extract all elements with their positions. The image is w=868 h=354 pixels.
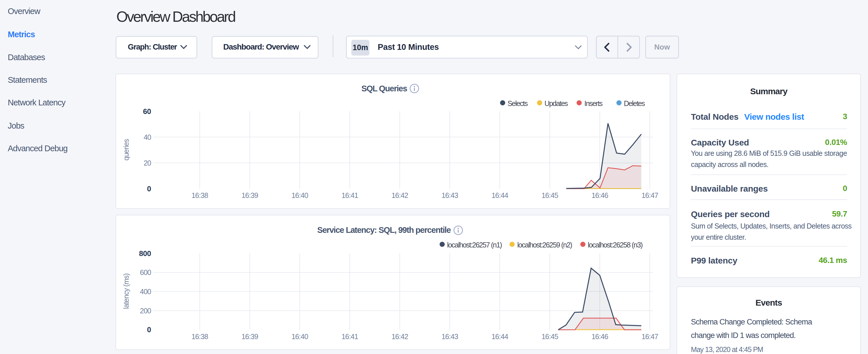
svg-text:0: 0 — [147, 325, 151, 334]
svg-text:600: 600 — [140, 268, 151, 277]
svg-text:40: 40 — [144, 133, 151, 141]
svg-text:16:41: 16:41 — [342, 332, 358, 341]
svg-text:60: 60 — [143, 107, 151, 116]
svg-text:queries: queries — [122, 139, 130, 160]
svg-text:16:38: 16:38 — [191, 191, 208, 199]
svg-text:16:38: 16:38 — [191, 332, 208, 341]
svg-text:16:40: 16:40 — [291, 191, 308, 199]
svg-text:400: 400 — [140, 288, 151, 296]
svg-text:200: 200 — [140, 307, 151, 315]
svg-text:16:40: 16:40 — [291, 332, 308, 341]
svg-text:16:45: 16:45 — [541, 332, 558, 341]
svg-text:16:46: 16:46 — [591, 332, 608, 341]
svg-text:16:42: 16:42 — [392, 332, 408, 341]
svg-text:16:39: 16:39 — [242, 332, 258, 341]
svg-text:16:45: 16:45 — [541, 191, 558, 199]
svg-text:0: 0 — [147, 185, 151, 193]
svg-text:16:41: 16:41 — [342, 191, 358, 199]
svg-text:16:43: 16:43 — [442, 191, 458, 199]
svg-text:16:46: 16:46 — [591, 191, 608, 199]
svg-text:16:42: 16:42 — [392, 191, 408, 199]
svg-text:16:39: 16:39 — [242, 191, 258, 199]
svg-text:16:44: 16:44 — [492, 332, 508, 341]
svg-text:800: 800 — [139, 249, 151, 258]
svg-text:latency (ms): latency (ms) — [122, 273, 130, 309]
svg-text:16:47: 16:47 — [642, 332, 658, 341]
svg-text:16:44: 16:44 — [492, 191, 508, 199]
svg-text:20: 20 — [144, 159, 151, 167]
svg-text:16:47: 16:47 — [642, 191, 658, 199]
svg-text:16:43: 16:43 — [442, 332, 458, 341]
